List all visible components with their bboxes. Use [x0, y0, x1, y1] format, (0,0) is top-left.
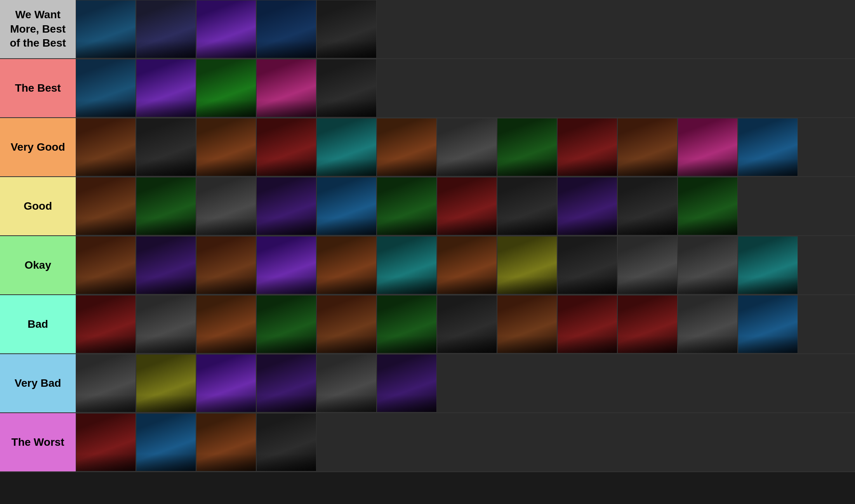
- char-image-b-7: [437, 295, 497, 353]
- tier-item-vg-8[interactable]: [497, 118, 557, 176]
- tier-item-wwmbb-5[interactable]: [316, 0, 377, 58]
- tier-item-ok-4[interactable]: [256, 236, 316, 294]
- tier-item-best-1[interactable]: [76, 59, 136, 117]
- char-image-vb-3: [196, 355, 256, 412]
- tier-item-wwmbb-1[interactable]: [76, 0, 136, 58]
- tier-item-vg-6[interactable]: [377, 118, 437, 176]
- tier-item-vb-4[interactable]: [256, 354, 316, 412]
- tier-item-best-3[interactable]: [196, 59, 256, 117]
- tier-item-b-2[interactable]: [136, 295, 196, 353]
- tier-label-worst: The Worst: [0, 413, 76, 471]
- tier-items-best: [76, 59, 855, 117]
- tier-item-g-3[interactable]: [196, 177, 256, 235]
- tier-item-vg-3[interactable]: [196, 118, 256, 176]
- tier-item-ok-10[interactable]: [617, 236, 678, 294]
- tier-item-b-11[interactable]: [678, 295, 738, 353]
- tier-item-b-7[interactable]: [437, 295, 497, 353]
- tier-row-worst: The Worst: [0, 413, 855, 472]
- tier-item-g-11[interactable]: [678, 177, 738, 235]
- tier-item-ok-11[interactable]: [678, 236, 738, 294]
- tier-item-b-10[interactable]: [617, 295, 678, 353]
- tier-item-g-6[interactable]: [377, 177, 437, 235]
- char-image-vg-1: [76, 118, 136, 176]
- char-image-b-9: [558, 295, 617, 353]
- tier-item-vg-4[interactable]: [256, 118, 316, 176]
- tier-item-g-1[interactable]: [76, 177, 136, 235]
- tier-item-vb-3[interactable]: [196, 354, 256, 412]
- tier-item-best-2[interactable]: [136, 59, 196, 117]
- char-image-ok-6: [377, 236, 436, 294]
- char-image-ok-4: [257, 236, 316, 294]
- char-image-vb-4: [257, 355, 316, 412]
- tier-item-vg-11[interactable]: [678, 118, 738, 176]
- tier-item-b-9[interactable]: [557, 295, 617, 353]
- tier-label-good: Good: [0, 177, 76, 235]
- tier-item-ok-3[interactable]: [196, 236, 256, 294]
- tier-item-wwmbb-4[interactable]: [256, 0, 316, 58]
- tier-item-ok-8[interactable]: [497, 236, 557, 294]
- char-image-best-2: [136, 59, 196, 117]
- tier-item-vg-9[interactable]: [557, 118, 617, 176]
- char-image-best-3: [196, 59, 256, 117]
- tier-item-b-8[interactable]: [497, 295, 557, 353]
- tier-item-b-3[interactable]: [196, 295, 256, 353]
- tier-item-vg-5[interactable]: [316, 118, 377, 176]
- tier-item-ok-7[interactable]: [437, 236, 497, 294]
- tier-item-vb-6[interactable]: [377, 354, 437, 412]
- char-image-g-6: [377, 177, 436, 235]
- char-image-vg-5: [317, 118, 376, 176]
- tier-item-vb-1[interactable]: [76, 354, 136, 412]
- tier-item-vg-10[interactable]: [617, 118, 678, 176]
- char-image-b-12: [738, 295, 798, 353]
- tier-label-best: The Best: [0, 59, 76, 117]
- char-image-vg-3: [196, 118, 256, 176]
- tier-item-vb-5[interactable]: [316, 354, 377, 412]
- tier-item-vg-1[interactable]: [76, 118, 136, 176]
- char-image-wwmbb-5: [317, 0, 376, 58]
- tier-item-vb-2[interactable]: [136, 354, 196, 412]
- char-image-best-5: [317, 59, 376, 117]
- tier-item-ok-12[interactable]: [738, 236, 798, 294]
- tier-item-b-6[interactable]: [377, 295, 437, 353]
- tier-item-w-4[interactable]: [256, 413, 316, 471]
- tier-items-worst: [76, 413, 855, 471]
- tier-item-vg-2[interactable]: [136, 118, 196, 176]
- tier-item-ok-1[interactable]: [76, 236, 136, 294]
- tier-item-b-4[interactable]: [256, 295, 316, 353]
- tier-item-g-4[interactable]: [256, 177, 316, 235]
- tier-label-bad: Bad: [0, 295, 76, 353]
- tier-item-g-9[interactable]: [557, 177, 617, 235]
- tier-item-vg-7[interactable]: [437, 118, 497, 176]
- tier-item-g-8[interactable]: [497, 177, 557, 235]
- tier-row-good: Good: [0, 177, 855, 236]
- tier-item-wwmbb-2[interactable]: [136, 0, 196, 58]
- tier-item-b-12[interactable]: [738, 295, 798, 353]
- char-image-g-7: [437, 177, 497, 235]
- char-image-w-3: [196, 414, 256, 471]
- char-image-g-8: [497, 177, 557, 235]
- tier-label-very-good: Very Good: [0, 118, 76, 176]
- tier-item-g-2[interactable]: [136, 177, 196, 235]
- tier-item-b-5[interactable]: [316, 295, 377, 353]
- tier-item-g-10[interactable]: [617, 177, 678, 235]
- char-image-ok-3: [196, 236, 256, 294]
- tier-items-very-good: [76, 118, 855, 176]
- tier-item-ok-6[interactable]: [377, 236, 437, 294]
- tier-item-g-5[interactable]: [316, 177, 377, 235]
- char-image-vg-4: [257, 118, 316, 176]
- tier-item-best-4[interactable]: [256, 59, 316, 117]
- tier-item-b-1[interactable]: [76, 295, 136, 353]
- tier-item-w-2[interactable]: [136, 413, 196, 471]
- tier-item-ok-5[interactable]: [316, 236, 377, 294]
- tier-item-wwmbb-3[interactable]: [196, 0, 256, 58]
- tier-label-wwmbb: We Want More, Best of the Best: [0, 0, 76, 58]
- char-image-wwmbb-2: [136, 0, 196, 58]
- tier-item-ok-9[interactable]: [557, 236, 617, 294]
- char-image-vg-6: [377, 118, 436, 176]
- tier-item-vg-12[interactable]: [738, 118, 798, 176]
- tier-item-w-3[interactable]: [196, 413, 256, 471]
- tier-item-ok-2[interactable]: [136, 236, 196, 294]
- tier-item-w-1[interactable]: [76, 413, 136, 471]
- tier-item-best-5[interactable]: [316, 59, 377, 117]
- tier-item-g-7[interactable]: [437, 177, 497, 235]
